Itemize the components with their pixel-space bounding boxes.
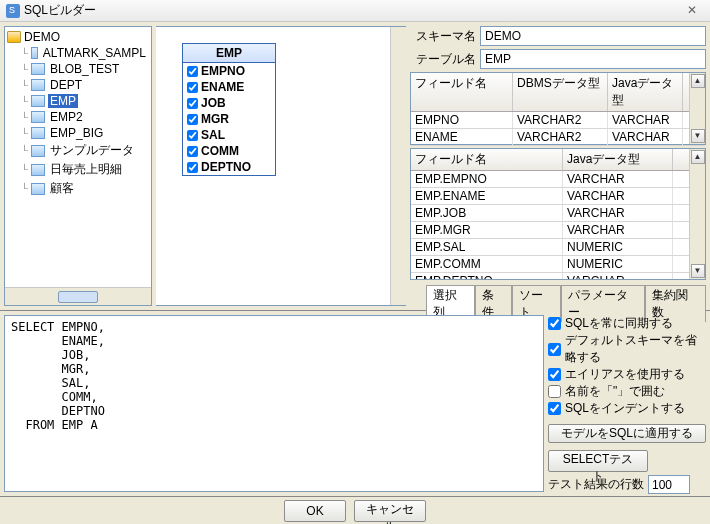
option-row: エイリアスを使用する [548,366,706,383]
column-label: SAL [201,128,225,142]
table-row[interactable]: EMP.EMPNOVARCHAR [411,171,705,188]
tree-item-label: サンプルデータ [48,142,136,159]
col-header[interactable]: Javaデータ型 [563,149,673,170]
tree-item[interactable]: └BLOB_TEST [5,61,151,77]
tree-item[interactable]: └顧客 [5,179,151,198]
title-bar: SQLビルダー ✕ [0,0,710,22]
column-checkbox[interactable] [187,146,198,157]
table-row[interactable]: ENAMEVARCHAR2VARCHAR [411,129,705,146]
option-checkbox[interactable] [548,385,561,398]
tree-root-label: DEMO [24,30,60,44]
column-checkbox[interactable] [187,98,198,109]
ok-button[interactable]: OK [284,500,346,522]
table-icon [31,95,45,107]
diagram-vscroll[interactable] [390,27,406,305]
option-checkbox[interactable] [548,402,561,415]
tree-item[interactable]: └ALTMARK_SAMPL [5,45,151,61]
tree-hscroll[interactable] [5,287,151,305]
tree-item[interactable]: └EMP2 [5,109,151,125]
table-row[interactable]: EMP.SALNUMERIC [411,239,705,256]
diagram-table-emp[interactable]: EMP EMPNOENAMEJOBMGRSALCOMMDEPTNO [182,43,276,176]
table-icon [31,164,45,176]
table-row[interactable]: EMP.DEPTNOVARCHAR [411,273,705,279]
select-test-button[interactable]: SELECTテスト [548,450,648,472]
table-input[interactable] [480,49,706,69]
tree-item[interactable]: └日毎売上明細 [5,160,151,179]
column-checkbox[interactable] [187,82,198,93]
table-row[interactable]: EMPNOVARCHAR2VARCHAR [411,112,705,129]
column-label: JOB [201,96,226,110]
grid-vscroll[interactable]: ▲ ▼ [689,149,705,279]
folder-icon [7,31,21,43]
option-row: デフォルトスキーマを省略する [548,332,706,366]
col-header[interactable]: Javaデータ型 [608,73,683,111]
tree-item[interactable]: └サンプルデータ [5,141,151,160]
scroll-down-icon[interactable]: ▼ [691,264,705,278]
tree-item[interactable]: └EMP_BIG [5,125,151,141]
table-icon [31,111,45,123]
tree-item-label: 日毎売上明細 [48,161,124,178]
close-icon[interactable]: ✕ [680,3,704,19]
properties-pane: スキーマ名 テーブル名 フィールド名 DBMSデータ型 Javaデータ型 EMP… [410,26,706,306]
col-header[interactable]: フィールド名 [411,149,563,170]
column-checkbox[interactable] [187,66,198,77]
option-checkbox[interactable] [548,317,561,330]
scroll-up-icon[interactable]: ▲ [691,150,705,164]
diagram-column-row[interactable]: MGR [183,111,275,127]
diagram-column-row[interactable]: DEPTNO [183,159,275,175]
scroll-up-icon[interactable]: ▲ [691,74,705,88]
table-row[interactable]: EMP.COMMNUMERIC [411,256,705,273]
option-checkbox[interactable] [548,343,561,356]
column-label: DEPTNO [201,160,251,174]
schema-label: スキーマ名 [410,28,476,45]
table-row[interactable]: EMP.MGRVARCHAR [411,222,705,239]
column-label: EMPNO [201,64,245,78]
tree-item-label: BLOB_TEST [48,62,121,76]
option-checkbox[interactable] [548,368,561,381]
col-header[interactable]: DBMSデータ型 [513,73,608,111]
tree-root[interactable]: DEMO [5,29,151,45]
column-checkbox[interactable] [187,114,198,125]
apply-model-button[interactable]: モデルをSQLに適用する [548,424,706,443]
tree-item-label: DEPT [48,78,84,92]
table-row[interactable]: EMP.ENAMEVARCHAR [411,188,705,205]
tree-item[interactable]: └DEPT [5,77,151,93]
diagram-column-row[interactable]: ENAME [183,79,275,95]
option-label: SQLを常に同期する [565,315,673,332]
table-tree-pane: DEMO └ALTMARK_SAMPL└BLOB_TEST└DEPT└EMP└E… [4,26,152,306]
table-row[interactable]: EMP.JOBVARCHAR [411,205,705,222]
tree-item[interactable]: └EMP [5,93,151,109]
field-type-grid[interactable]: フィールド名 DBMSデータ型 Javaデータ型 EMPNOVARCHAR2VA… [410,72,706,145]
column-label: COMM [201,144,239,158]
table-icon [31,79,45,91]
tree-item-label: EMP_BIG [48,126,105,140]
test-rows-input[interactable] [648,475,690,494]
option-row: SQLをインデントする [548,400,706,417]
diagram-column-row[interactable]: SAL [183,127,275,143]
col-header[interactable]: フィールド名 [411,73,513,111]
sql-editor[interactable]: SELECT EMPNO, ENAME, JOB, MGR, SAL, COMM… [4,315,544,492]
cancel-button[interactable]: キャンセル [354,500,426,522]
option-label: 名前を「"」で囲む [565,383,665,400]
diagram-canvas[interactable]: EMP EMPNOENAMEJOBMGRSALCOMMDEPTNO [156,27,390,305]
column-checkbox[interactable] [187,130,198,141]
table-tree[interactable]: DEMO └ALTMARK_SAMPL└BLOB_TEST└DEPT└EMP└E… [5,27,151,287]
scroll-down-icon[interactable]: ▼ [691,129,705,143]
schema-input[interactable] [480,26,706,46]
tree-item-label: EMP2 [48,110,85,124]
option-label: エイリアスを使用する [565,366,685,383]
window-title: SQLビルダー [24,2,96,19]
dialog-footer: OK キャンセル [0,496,710,524]
select-columns-grid[interactable]: フィールド名 Javaデータ型 EMP.EMPNOVARCHAREMP.ENAM… [410,148,706,280]
column-checkbox[interactable] [187,162,198,173]
diagram-column-row[interactable]: COMM [183,143,275,159]
diagram-column-row[interactable]: JOB [183,95,275,111]
grid-vscroll[interactable]: ▲ ▼ [689,73,705,144]
test-rows-label: テスト結果の行数 [548,476,644,493]
table-icon [31,127,45,139]
diagram-canvas-pane: EMP EMPNOENAMEJOBMGRSALCOMMDEPTNO [156,26,406,306]
tree-item-label: 顧客 [48,180,76,197]
diagram-column-row[interactable]: EMPNO [183,63,275,79]
app-icon [6,4,20,18]
table-label: テーブル名 [410,51,476,68]
